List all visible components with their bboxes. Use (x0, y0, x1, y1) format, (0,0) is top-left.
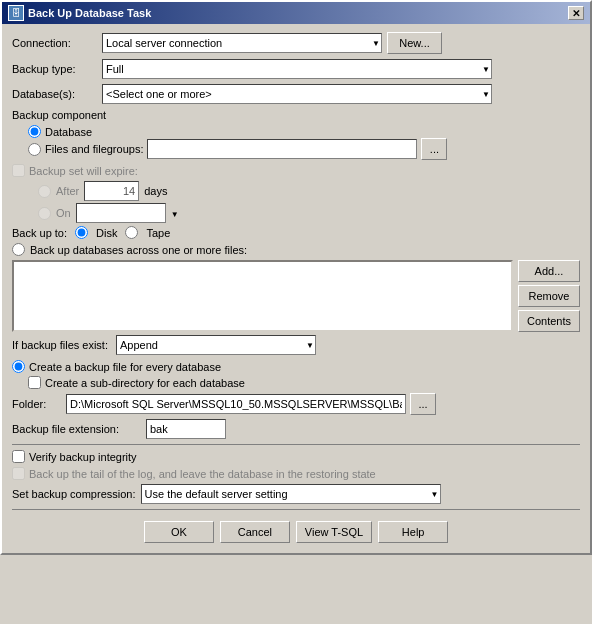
main-window: 🗄 Back Up Database Task ✕ Connection: Lo… (0, 0, 592, 555)
files-container: Add... Remove Contents (12, 260, 580, 332)
create-backup-row: Create a backup file for every database (12, 360, 580, 373)
files-radio-row: Files and filegroups: ... (28, 138, 580, 160)
across-files-row: Back up databases across one or more fil… (12, 243, 580, 256)
files-radio-label: Files and filegroups: (45, 143, 143, 155)
connection-select[interactable]: Local server connection (102, 33, 382, 53)
across-files-radio[interactable] (12, 243, 25, 256)
files-browse-button[interactable]: ... (421, 138, 447, 160)
title-bar: 🗄 Back Up Database Task ✕ (2, 2, 590, 24)
across-files-label: Back up databases across one or more fil… (30, 244, 247, 256)
disk-radio[interactable] (75, 226, 88, 239)
databases-row: Database(s): <Select one or more> ▼ (12, 84, 580, 104)
after-label: After (56, 185, 79, 197)
compression-select[interactable]: Use the default server setting (141, 484, 441, 504)
date-input[interactable] (76, 203, 166, 223)
database-radio-row: Database (28, 125, 580, 138)
if-backup-label: If backup files exist: (12, 339, 108, 351)
ext-input[interactable] (146, 419, 226, 439)
back-up-to-row: Back up to: Disk Tape (12, 226, 580, 239)
extension-row: Backup file extension: (12, 419, 580, 439)
connection-select-wrapper: Local server connection ▼ (102, 33, 382, 53)
window-icon: 🗄 (8, 5, 24, 21)
title-bar-left: 🗄 Back Up Database Task (8, 5, 151, 21)
files-textarea[interactable] (12, 260, 513, 332)
databases-wrapper: <Select one or more> ▼ (102, 84, 492, 104)
tape-radio[interactable] (125, 226, 138, 239)
contents-button[interactable]: Contents (518, 310, 580, 332)
verify-label: Verify backup integrity (29, 451, 137, 463)
connection-row: Connection: Local server connection ▼ Ne… (12, 32, 580, 54)
backup-set-section: Backup set will expire: After days On ▼ (12, 164, 580, 223)
tail-row: Back up the tail of the log, and leave t… (12, 467, 580, 480)
subdir-row: Create a sub-directory for each database (28, 376, 580, 389)
date-wrapper: ▼ (76, 203, 179, 223)
add-button[interactable]: Add... (518, 260, 580, 282)
new-button[interactable]: New... (387, 32, 442, 54)
help-button[interactable]: Help (378, 521, 448, 543)
on-radio[interactable] (38, 207, 51, 220)
expire-group: After days On ▼ (38, 181, 580, 223)
close-button[interactable]: ✕ (568, 6, 584, 20)
files-input[interactable] (147, 139, 417, 159)
backup-type-label: Backup type: (12, 63, 102, 75)
backup-component-section: Backup component Database Files and file… (12, 109, 580, 160)
tape-label: Tape (146, 227, 170, 239)
divider2 (12, 509, 580, 510)
remove-button[interactable]: Remove (518, 285, 580, 307)
window-title: Back Up Database Task (28, 7, 151, 19)
subdir-checkbox[interactable] (28, 376, 41, 389)
databases-label: Database(s): (12, 88, 102, 100)
databases-select[interactable]: <Select one or more> (102, 84, 492, 104)
ext-label: Backup file extension: (12, 423, 142, 435)
backup-component-label: Backup component (12, 109, 580, 121)
tail-label: Back up the tail of the log, and leave t… (29, 468, 376, 480)
create-backup-label: Create a backup file for every database (29, 361, 221, 373)
view-tsql-button[interactable]: View T-SQL (296, 521, 372, 543)
connection-label: Connection: (12, 37, 102, 49)
append-select[interactable]: Append (116, 335, 316, 355)
after-value-input[interactable] (84, 181, 139, 201)
folder-row: Folder: ... (12, 393, 580, 415)
expire-label: Backup set will expire: (29, 165, 138, 177)
compression-row: Set backup compression: Use the default … (12, 484, 580, 504)
database-radio-label: Database (45, 126, 92, 138)
divider1 (12, 444, 580, 445)
backup-type-wrapper: Full ▼ (102, 59, 492, 79)
on-label: On (56, 207, 71, 219)
database-radio[interactable] (28, 125, 41, 138)
expire-checkbox[interactable] (12, 164, 25, 177)
folder-label: Folder: (12, 398, 62, 410)
verify-checkbox[interactable] (12, 450, 25, 463)
after-row: After days (38, 181, 580, 201)
cancel-button[interactable]: Cancel (220, 521, 290, 543)
files-radio[interactable] (28, 143, 41, 156)
compression-label: Set backup compression: (12, 488, 136, 500)
subdir-label: Create a sub-directory for each database (45, 377, 245, 389)
create-backup-radio[interactable] (12, 360, 25, 373)
after-radio[interactable] (38, 185, 51, 198)
ok-button[interactable]: OK (144, 521, 214, 543)
folder-browse-button[interactable]: ... (410, 393, 436, 415)
on-row: On ▼ (38, 203, 580, 223)
days-label: days (144, 185, 167, 197)
compression-wrapper: Use the default server setting ▼ (141, 484, 441, 504)
if-backup-row: If backup files exist: Append ▼ (12, 335, 580, 355)
tail-checkbox[interactable] (12, 467, 25, 480)
disk-label: Disk (96, 227, 117, 239)
files-btn-group: Add... Remove Contents (518, 260, 580, 332)
backup-type-select[interactable]: Full (102, 59, 492, 79)
date-arrow: ▼ (171, 210, 179, 219)
bottom-buttons: OK Cancel View T-SQL Help (12, 515, 580, 547)
content-area: Connection: Local server connection ▼ Ne… (2, 24, 590, 553)
backup-type-row: Backup type: Full ▼ (12, 59, 580, 79)
verify-row: Verify backup integrity (12, 450, 580, 463)
folder-input[interactable] (66, 394, 406, 414)
append-wrapper: Append ▼ (116, 335, 316, 355)
backup-set-expire-row: Backup set will expire: (12, 164, 580, 177)
back-up-to-label: Back up to: (12, 227, 67, 239)
